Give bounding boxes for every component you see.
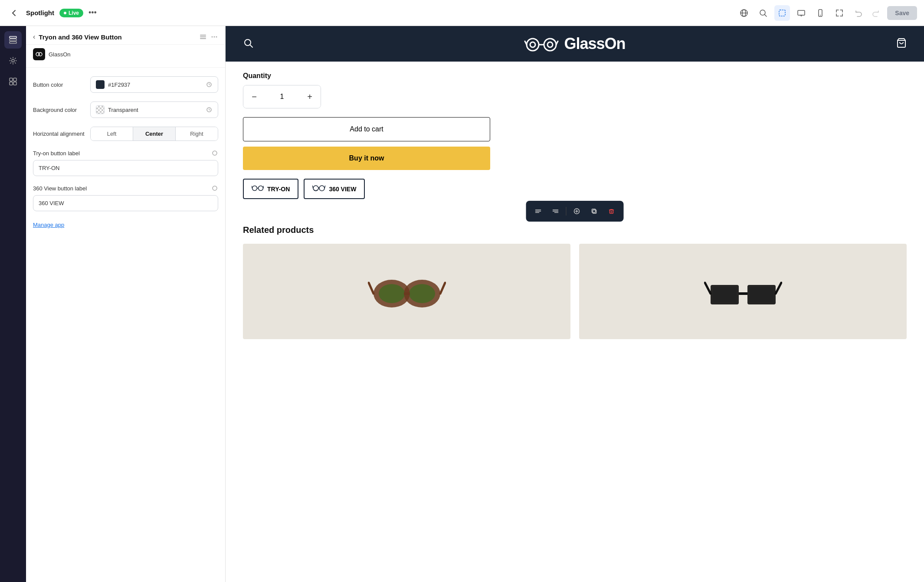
svg-point-24 [216, 36, 217, 38]
sync-icon-2 [206, 106, 213, 113]
add-to-cart-button[interactable]: Add to cart [243, 117, 490, 141]
store-header: GlassOn [226, 26, 924, 62]
save-button[interactable]: Save [887, 6, 917, 20]
tryon-label-input[interactable] [33, 160, 218, 176]
svg-rect-5 [779, 10, 785, 16]
svg-point-10 [820, 15, 821, 16]
transparent-swatch [96, 105, 105, 114]
panel-back-button[interactable]: ‹ [33, 33, 35, 41]
select-icon-button[interactable] [774, 5, 790, 21]
sidebar-item-settings[interactable] [4, 52, 22, 69]
tryon-label-header: Try-on button label [33, 150, 218, 157]
sidebar-item-layers[interactable] [4, 31, 22, 49]
svg-rect-59 [593, 210, 596, 213]
view360-button-label: 360 VIEW [329, 186, 356, 193]
toolbar-list-button[interactable] [549, 204, 563, 218]
preview-area: GlassOn Quantity − 1 + Add to cart Buy i… [226, 26, 924, 582]
product-image-1 [243, 244, 570, 339]
svg-line-45 [263, 186, 264, 188]
svg-line-48 [312, 186, 313, 188]
button-color-input[interactable]: #1F2937 [90, 76, 218, 93]
quantity-decrease-button[interactable]: − [243, 85, 265, 108]
svg-line-69 [369, 283, 374, 294]
manage-app-link[interactable]: Manage app [33, 222, 218, 228]
panel-more-icon[interactable] [210, 33, 218, 41]
settings-panel: ‹ Tryon and 360 View Button GlassOn Butt… [26, 26, 226, 582]
panel-store-info: GlassOn [26, 45, 225, 68]
quantity-value: 1 [265, 93, 299, 101]
view360-glasses-icon [312, 184, 325, 194]
button-color-swatch [96, 80, 105, 89]
store-logo-icon [524, 35, 559, 52]
svg-point-33 [527, 39, 539, 51]
tryon-label-field: Try-on button label [33, 150, 218, 176]
tryon-button[interactable]: TRY-ON [243, 179, 298, 199]
tryon-button-label: TRY-ON [267, 186, 290, 193]
svg-rect-15 [10, 78, 13, 81]
svg-rect-17 [10, 82, 13, 85]
background-color-input[interactable]: Transparent [90, 101, 218, 118]
store-icon [33, 48, 45, 60]
search-icon-button[interactable] [755, 5, 771, 21]
background-color-field: Background color Transparent [33, 101, 218, 118]
svg-line-39 [556, 41, 558, 45]
panel-layers-icon [199, 33, 207, 41]
tryon-label-label: Try-on button label [33, 150, 85, 157]
align-left-button[interactable]: Left [91, 127, 133, 141]
fullscreen-icon-button[interactable] [832, 5, 847, 21]
svg-point-47 [319, 186, 324, 191]
store-name: GlassOn [49, 51, 71, 58]
svg-line-32 [250, 45, 252, 47]
globe-icon-button[interactable] [736, 5, 752, 21]
svg-rect-19 [200, 35, 206, 36]
sidebar-icon-rail [0, 26, 26, 582]
undo-button[interactable] [851, 5, 866, 21]
svg-line-38 [525, 41, 527, 45]
button-color-field: Button color #1F2937 [33, 76, 218, 93]
align-center-button[interactable]: Center [133, 127, 176, 141]
store-cart-icon[interactable] [896, 38, 907, 50]
product-card-2 [579, 244, 907, 339]
svg-rect-60 [592, 209, 596, 213]
store-search-icon[interactable] [243, 38, 253, 50]
svg-rect-61 [610, 210, 613, 213]
view360-button[interactable]: 360 VIEW [304, 179, 365, 199]
sidebar-item-components[interactable] [4, 73, 22, 90]
svg-line-44 [252, 186, 252, 188]
toolbar-align-button[interactable] [531, 204, 545, 218]
svg-rect-21 [200, 38, 206, 39]
redo-button[interactable] [868, 5, 884, 21]
view360-label-input[interactable] [33, 195, 218, 211]
desktop-icon-button[interactable] [793, 5, 809, 21]
toolbar-divider [566, 207, 567, 216]
alignment-field: Horizontal alignment Left Center Right [33, 127, 218, 141]
toolbar-delete-button[interactable] [605, 204, 619, 218]
topbar-status-live: Live [59, 9, 83, 17]
tryon-glasses-icon [252, 184, 264, 193]
view360-sync-icon [211, 185, 218, 192]
buy-now-button[interactable]: Buy it now [243, 147, 490, 170]
topbar-more-button[interactable]: ••• [88, 8, 97, 17]
svg-rect-13 [10, 42, 16, 43]
svg-rect-18 [13, 82, 16, 85]
toolbar-add-button[interactable] [570, 204, 584, 218]
quantity-label: Quantity [243, 72, 907, 80]
svg-point-22 [212, 36, 213, 38]
quantity-increase-button[interactable]: + [299, 85, 321, 108]
tryon-sync-icon [211, 150, 218, 157]
toolbar-duplicate-button[interactable] [587, 204, 601, 218]
panel-body: Button color #1F2937 Background color Tr… [26, 68, 225, 237]
svg-point-34 [530, 42, 535, 47]
svg-line-4 [765, 14, 767, 16]
align-right-button[interactable]: Right [176, 127, 218, 141]
mobile-icon-button[interactable] [813, 5, 828, 21]
sync-icon [206, 81, 213, 88]
alignment-label: Horizontal alignment [33, 131, 85, 137]
svg-point-67 [409, 284, 435, 303]
button-color-value: #1F2937 [108, 82, 202, 88]
svg-rect-6 [798, 10, 805, 15]
svg-line-76 [705, 283, 711, 294]
store-logo-text: GlassOn [564, 35, 625, 53]
topbar-back-button[interactable] [7, 6, 21, 20]
svg-point-41 [252, 186, 257, 191]
